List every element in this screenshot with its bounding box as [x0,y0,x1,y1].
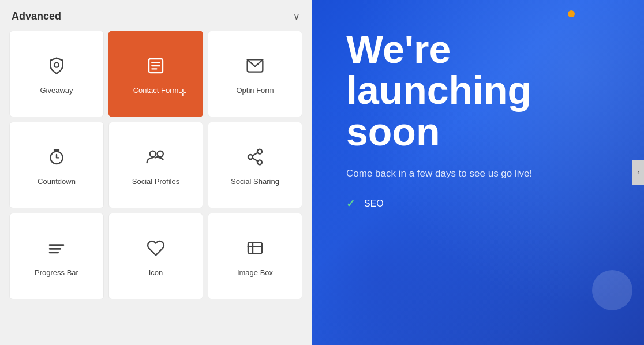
widget-contact-form[interactable]: Contact Form ✛ [108,31,203,117]
svg-point-0 [54,63,59,68]
left-panel: Advanced ∨ Giveaway [0,0,312,345]
progress-bar-label: Progress Bar [35,268,78,277]
widget-image-box[interactable]: Image Box [208,213,302,299]
countdown-label: Countdown [38,177,76,186]
countdown-icon [47,148,66,169]
widget-social-sharing[interactable]: Social Sharing [208,122,302,208]
social-sharing-label: Social Sharing [231,177,279,186]
widgets-grid: Giveaway Contact Form ✛ [0,31,312,304]
icon-widget-icon [147,239,165,260]
svg-line-15 [252,153,257,156]
widget-progress-bar[interactable]: Progress Bar [9,213,104,299]
image-box-label: Image Box [237,268,273,277]
icon-label: Icon [149,268,163,277]
image-box-icon [246,239,264,260]
widget-countdown[interactable]: Countdown [9,122,104,208]
optin-form-icon [246,57,264,78]
progress-bar-icon [47,239,66,260]
contact-form-icon [147,57,165,78]
optin-form-label: Optin Form [236,86,274,95]
widget-social-profiles[interactable]: Social Profiles [108,122,203,208]
panel-header: Advanced ∨ [0,0,312,31]
checklist-label-seo: SEO [364,198,384,209]
contact-form-label: Contact Form [133,86,179,95]
svg-rect-19 [248,243,262,254]
panel-chevron-icon[interactable]: ∨ [293,11,300,22]
giveaway-icon [47,57,66,78]
widget-giveaway[interactable]: Giveaway [9,31,104,117]
giveaway-label: Giveaway [40,86,73,95]
svg-point-10 [158,151,163,157]
preview-subtext: Come back in a few days to see us go liv… [346,166,554,181]
widget-optin-form[interactable]: Optin Form [208,31,302,117]
social-profiles-icon [145,148,166,169]
checklist-item-seo: ✓ SEO [346,197,615,210]
widget-icon[interactable]: Icon [108,213,203,299]
move-cursor-icon: ✛ [179,87,186,98]
orange-dot-decoration [568,10,575,17]
social-profiles-label: Social Profiles [132,177,179,186]
preview-panel: We're launching soon Come back in a few … [312,0,644,345]
svg-line-14 [252,158,257,161]
panel-title: Advanced [12,10,61,22]
svg-point-9 [150,151,156,157]
social-sharing-icon [246,148,264,169]
check-icon-seo: ✓ [346,197,355,210]
preview-heading: We're launching soon [346,29,615,152]
circle-decoration [592,270,632,310]
preview-checklist: ✓ SEO [346,197,615,216]
